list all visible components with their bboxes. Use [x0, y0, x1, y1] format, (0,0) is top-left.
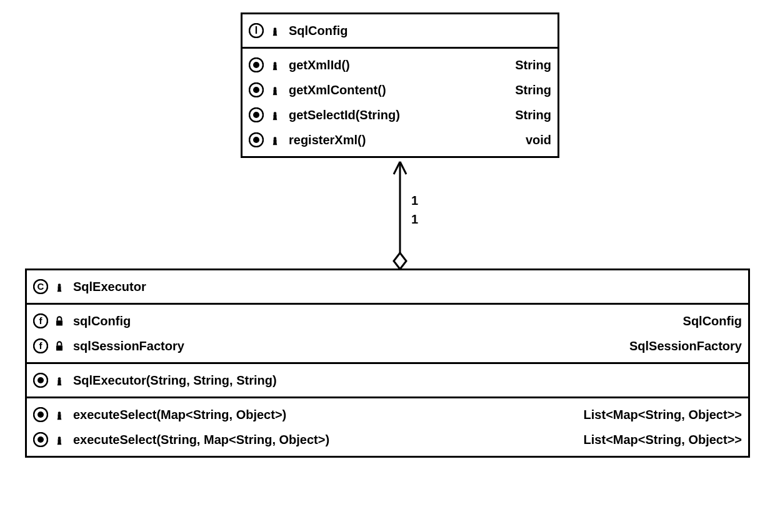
method-icon [33, 432, 48, 447]
svg-text:f: f [39, 340, 43, 351]
svg-text:C: C [38, 281, 44, 292]
methods-section: executeSelect(Map<String, Object>) List<… [27, 397, 748, 456]
private-visibility-icon [52, 313, 67, 328]
field-name: sqlConfig [73, 310, 668, 332]
method-icon [249, 57, 264, 72]
svg-point-5 [274, 62, 277, 65]
class-name: SqlExecutor [73, 275, 742, 298]
package-visibility-icon [52, 407, 67, 422]
svg-point-29 [38, 377, 44, 383]
method-return-type: List<Map<String, Object>> [569, 403, 742, 426]
class-sqlconfig: I SqlConfig getXmlId() String [241, 12, 559, 158]
member-return-type: void [511, 129, 551, 151]
member-signature: getXmlContent() [289, 79, 500, 101]
private-visibility-icon [52, 338, 67, 353]
svg-point-13 [253, 137, 259, 143]
constructors-section: SqlExecutor(String, String, String) [27, 362, 748, 397]
field-row: f sqlSessionFactory SqlSessionFactory [33, 333, 742, 358]
package-visibility-icon [268, 132, 282, 147]
method-row: getXmlContent() String [249, 77, 551, 102]
svg-marker-18 [394, 253, 406, 269]
method-icon [249, 132, 264, 147]
svg-point-10 [253, 112, 259, 118]
package-visibility-icon [52, 279, 67, 294]
svg-point-2 [274, 27, 277, 31]
svg-point-8 [274, 87, 277, 90]
multiplicity-top: 1 [411, 194, 418, 208]
members-section: getXmlId() String getXmlContent() String… [242, 47, 558, 156]
member-return-type: String [500, 104, 551, 126]
member-signature: registerXml() [289, 129, 511, 151]
field-icon: f [33, 338, 48, 353]
fields-section: f sqlConfig SqlConfig f sqlSessionFactor… [27, 303, 748, 362]
svg-point-7 [253, 87, 259, 93]
method-signature: executeSelect(String, Map<String, Object… [73, 428, 569, 451]
class-sqlexecutor: C SqlExecutor f sqlConfig SqlConfig f [25, 268, 750, 458]
svg-rect-27 [56, 345, 62, 350]
member-return-type: String [500, 54, 551, 76]
method-return-type: List<Map<String, Object>> [569, 428, 742, 451]
package-visibility-icon [268, 82, 282, 97]
field-type: SqlSessionFactory [614, 335, 742, 357]
package-visibility-icon [52, 432, 67, 447]
method-icon [33, 373, 48, 388]
method-signature: executeSelect(Map<String, Object>) [73, 403, 569, 426]
method-row: getSelectId(String) String [249, 102, 551, 127]
ctor-row: SqlExecutor(String, String, String) [33, 368, 742, 393]
svg-point-14 [274, 137, 277, 140]
class-name: SqlConfig [289, 19, 551, 42]
class-icon: C [33, 279, 48, 294]
svg-point-11 [274, 112, 277, 115]
method-row: getXmlId() String [249, 52, 551, 77]
package-visibility-icon [268, 107, 282, 122]
class-header: I SqlConfig [242, 14, 558, 47]
package-visibility-icon [52, 373, 67, 388]
method-icon [249, 107, 264, 122]
method-row: executeSelect(String, Map<String, Object… [33, 427, 742, 452]
svg-text:I: I [255, 25, 258, 36]
method-row: executeSelect(Map<String, Object>) List<… [33, 402, 742, 427]
package-visibility-icon [268, 23, 282, 38]
svg-point-33 [58, 411, 61, 415]
member-signature: getXmlId() [289, 54, 500, 76]
method-row: registerXml() void [249, 127, 551, 152]
constructor-signature: SqlExecutor(String, String, String) [73, 369, 727, 392]
field-name: sqlSessionFactory [73, 335, 614, 357]
interface-icon: I [249, 23, 264, 38]
svg-text:f: f [39, 315, 43, 326]
field-icon: f [33, 313, 48, 328]
field-row: f sqlConfig SqlConfig [33, 308, 742, 333]
method-icon [33, 407, 48, 422]
svg-point-32 [38, 411, 44, 418]
multiplicity-bottom: 1 [411, 212, 418, 227]
member-return-type: String [500, 79, 551, 101]
svg-point-36 [58, 436, 61, 440]
class-header: C SqlExecutor [27, 270, 748, 303]
field-type: SqlConfig [668, 310, 742, 332]
svg-point-21 [58, 283, 61, 287]
member-signature: getSelectId(String) [289, 104, 500, 126]
svg-point-35 [38, 436, 44, 443]
uml-class-diagram: I SqlConfig getXmlId() String [12, 12, 762, 525]
method-icon [249, 82, 264, 97]
svg-point-4 [253, 62, 259, 68]
svg-point-30 [58, 377, 61, 380]
package-visibility-icon [268, 57, 282, 72]
svg-rect-24 [56, 320, 62, 325]
